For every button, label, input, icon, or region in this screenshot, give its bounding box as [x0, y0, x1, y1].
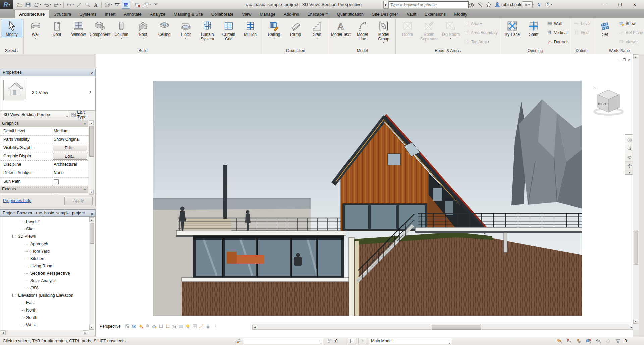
shadows-icon[interactable] [144, 323, 151, 329]
qat-close-hidden-windows-button[interactable] [134, 1, 142, 8]
section-header-graphics[interactable]: Graphicsʌ [0, 120, 88, 127]
edit-type-button[interactable]: Edit Type [71, 111, 94, 118]
tab-add-ins[interactable]: Add-Ins [280, 10, 303, 18]
titlebar-exchange-apps-button[interactable]: X [536, 1, 542, 8]
titlebar-favorites-button[interactable] [485, 1, 492, 8]
qat-undo-button[interactable]: ▾ [43, 1, 52, 8]
qat-redo-button[interactable]: ▾ [52, 1, 62, 8]
view-type-combo[interactable]: 3D View: Section Perspe ▾ [2, 111, 69, 118]
worksets-icon[interactable] [235, 338, 241, 344]
ribbon-button-area-boundary[interactable]: Area Boundary [463, 28, 499, 37]
tab-collaborate[interactable]: Collaborate [207, 10, 238, 18]
ribbon-button-column[interactable]: Column▾ [111, 19, 132, 40]
project-browser-header[interactable]: Project Browser - rac_basic_sample_proje… [0, 209, 96, 217]
ribbon-button-show[interactable]: Show [617, 19, 644, 28]
tab-insert[interactable]: Insert [101, 10, 120, 18]
ribbon-button-model-group[interactable]: Model Group▾ [373, 19, 394, 44]
select-links-icon[interactable] [556, 338, 563, 344]
ribbon-button-room-separator[interactable]: Room Separator [418, 19, 440, 42]
qat-synchronize-button[interactable]: ▾ [33, 1, 42, 8]
lock-3d-view-icon[interactable] [171, 323, 178, 329]
scrollbar-thumb[interactable] [634, 231, 638, 265]
scroll-right-icon[interactable]: ▶ [83, 330, 88, 335]
panel-label-room-area[interactable]: Room & Area ▾ [396, 48, 500, 54]
ribbon-button-mullion[interactable]: Mullion [239, 19, 261, 37]
minimize-button[interactable]: — [598, 2, 612, 7]
edit-button[interactable]: Edit... [53, 153, 87, 160]
ribbon-button-set[interactable]: Set [594, 19, 616, 37]
ribbon-button-roof[interactable]: Roof▾ [132, 19, 154, 40]
tab-enscape[interactable]: Enscape™ [303, 10, 333, 18]
ribbon-button-level[interactable]: Level [573, 19, 592, 28]
edit-button[interactable]: Edit... [53, 145, 87, 151]
collapse-icon[interactable]: ʌ [84, 120, 86, 127]
tree-expander-icon[interactable] [12, 235, 16, 238]
ribbon-button-by-face[interactable]: By Face [501, 19, 523, 37]
tab-modify[interactable]: Modify [450, 10, 471, 18]
tree-item-living-room[interactable]: Living Room [0, 262, 95, 270]
tree-expander-icon[interactable] [12, 294, 16, 297]
view-close-icon[interactable]: ✕ [628, 58, 633, 62]
ribbon-button-window[interactable]: Window [68, 19, 89, 37]
select-pinned-icon[interactable] [576, 338, 582, 344]
ribbon-button-wall[interactable]: Wall▾ [25, 19, 46, 40]
tree-item-east[interactable]: East [0, 299, 95, 306]
checkbox[interactable] [54, 179, 59, 184]
tree-item-section-perspective[interactable]: Section Perspective [0, 270, 95, 277]
viewcube[interactable]: RIGHT [592, 86, 625, 117]
detail-level-icon[interactable] [124, 323, 131, 329]
scrollbar-thumb[interactable] [89, 126, 94, 157]
select-by-face-icon[interactable] [585, 338, 592, 344]
crop-view-icon[interactable] [158, 323, 164, 329]
drawing-area[interactable]: —❐✕ [96, 54, 639, 337]
tab-extensions[interactable]: Extensions [421, 10, 450, 18]
workset-combo[interactable]: ▾ [243, 338, 323, 344]
tree-item-west[interactable]: West [0, 321, 95, 329]
properties-scrollbar[interactable]: ▲ ▼ [89, 120, 94, 195]
displacement-sets-icon[interactable] [205, 323, 211, 329]
ribbon-button-tag-area[interactable]: Tag Area▾ [463, 37, 499, 46]
filter-icon[interactable] [614, 338, 621, 344]
tab-vault[interactable]: Vault [402, 10, 420, 18]
ribbon-button-stair[interactable]: Stair▾ [306, 19, 328, 40]
scroll-up-icon[interactable]: ▲ [633, 54, 638, 59]
tab-systems[interactable]: Systems [75, 10, 100, 18]
qat-aligned-dimension-button[interactable] [75, 1, 83, 8]
ribbon-button-room[interactable]: Room [397, 19, 418, 37]
qat-customize-qat-button[interactable] [152, 1, 160, 8]
ribbon-button-dormer[interactable]: Dormer [546, 37, 569, 46]
collapse-icon[interactable]: 〈 [213, 324, 217, 329]
qat-measure-button[interactable]: ▾ [65, 1, 75, 8]
search-go-icon[interactable]: ▶ [383, 1, 389, 9]
qat-default-3d-view-button[interactable]: ▾ [103, 1, 113, 8]
ribbon-button-area[interactable]: Area▾ [463, 19, 499, 28]
ribbon-button-grid[interactable]: Grid [573, 28, 592, 37]
tree-item-approach[interactable]: Approach [0, 240, 95, 248]
temporary-hide-isolate-icon[interactable] [178, 323, 184, 329]
qat-save-button[interactable] [24, 1, 32, 8]
tab-site-designer[interactable]: Site Designer [368, 10, 402, 18]
ribbon-button-vertical[interactable]: Vertical [546, 28, 569, 37]
restore-button[interactable]: ❐ [612, 2, 627, 7]
titlebar-help-button[interactable]: ? ▾ [544, 1, 552, 8]
app-menu-button[interactable]: R▾ [0, 0, 13, 9]
ribbon-button-ramp[interactable]: Ramp [285, 19, 306, 37]
drag-on-selection-icon[interactable] [595, 338, 602, 344]
tree-item-site[interactable]: Site [0, 225, 95, 233]
panel-label-opening[interactable]: Opening [500, 48, 570, 54]
collapse-icon[interactable]: ʌ [84, 186, 86, 192]
ribbon-button-shaft[interactable]: Shaft [523, 19, 544, 37]
titlebar-communication-center-button[interactable] [477, 1, 483, 8]
scrollbar-thumb[interactable] [90, 223, 94, 244]
reveal-hidden-elements-icon[interactable] [184, 323, 191, 329]
ribbon-display-toggle[interactable]: ▭ ▾ [522, 1, 533, 8]
browser-scrollbar[interactable]: ▲ ▼ [89, 217, 94, 330]
navbar-more-icon[interactable]: ▾ [629, 171, 630, 174]
qat-text-button[interactable]: A [92, 1, 100, 8]
close-button[interactable]: ✕ [627, 2, 642, 7]
panel-label-datum[interactable]: Datum [570, 48, 593, 54]
ribbon-button-ref-plane[interactable]: Ref Plane [617, 28, 644, 37]
tree-item-solar-analysis[interactable]: Solar Analysis [0, 277, 95, 284]
tree-item-elevations-building-elevation[interactable]: Elevations (Building Elevation [0, 292, 95, 299]
qat-open-button[interactable] [16, 1, 23, 8]
